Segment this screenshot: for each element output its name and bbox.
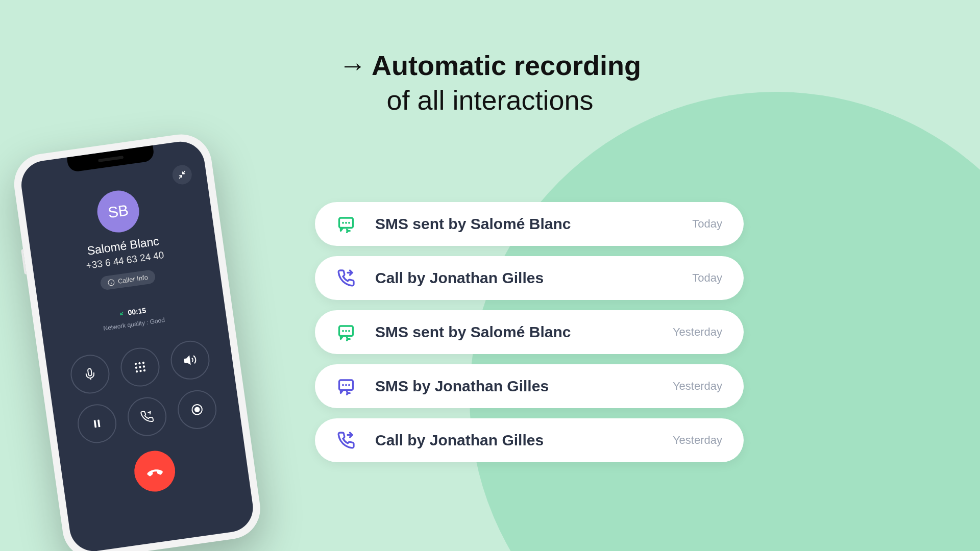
list-item[interactable]: Call by Jonathan GillesYesterday xyxy=(315,418,744,462)
item-time: Yesterday xyxy=(673,434,722,447)
sms-icon xyxy=(336,377,356,396)
sms-sent-icon xyxy=(336,214,356,234)
list-item[interactable]: Call by Jonathan GillesToday xyxy=(315,256,744,300)
transfer-button[interactable] xyxy=(125,395,169,439)
item-time: Today xyxy=(692,217,722,231)
hold-button[interactable] xyxy=(75,402,119,445)
item-text: SMS sent by Salomé Blanc xyxy=(375,323,673,341)
svg-point-3 xyxy=(134,363,137,365)
mute-button[interactable] xyxy=(68,352,112,396)
call-icon xyxy=(336,431,356,450)
phone-mockup: SB Salomé Blanc +33 6 44 63 24 40 Caller… xyxy=(10,131,264,551)
keypad-button[interactable] xyxy=(118,345,162,389)
call-icon xyxy=(336,268,356,288)
avatar: SB xyxy=(94,188,142,235)
list-item[interactable]: SMS by Jonathan GillesYesterday xyxy=(315,364,744,408)
svg-point-16 xyxy=(194,407,200,412)
phone-notch xyxy=(67,145,155,172)
svg-point-4 xyxy=(138,362,141,365)
svg-point-8 xyxy=(143,365,145,368)
headline-rest: of all interactions xyxy=(339,83,641,118)
svg-point-6 xyxy=(135,366,138,369)
svg-point-7 xyxy=(139,366,141,368)
item-text: Call by Jonathan Gilles xyxy=(375,269,692,287)
item-text: Call by Jonathan Gilles xyxy=(375,432,673,449)
svg-rect-14 xyxy=(97,419,101,427)
svg-point-9 xyxy=(136,370,138,373)
svg-rect-13 xyxy=(94,420,97,428)
arrow-icon: → xyxy=(339,50,366,81)
item-text: SMS sent by Salomé Blanc xyxy=(375,215,692,233)
list-item[interactable]: SMS sent by Salomé BlancYesterday xyxy=(315,310,744,354)
headline: →Automatic recording of all interactions xyxy=(339,48,641,117)
svg-point-11 xyxy=(143,369,146,372)
item-time: Today xyxy=(692,271,722,285)
item-time: Yesterday xyxy=(673,380,722,393)
svg-marker-12 xyxy=(184,356,190,364)
item-text: SMS by Jonathan Gilles xyxy=(375,378,673,395)
sms-sent-icon xyxy=(336,322,356,342)
caller-info-button[interactable]: Caller Info xyxy=(100,269,156,291)
headline-bold: Automatic recording xyxy=(372,50,641,81)
list-item[interactable]: SMS sent by Salomé BlancToday xyxy=(315,202,744,246)
minimize-button[interactable] xyxy=(171,164,193,186)
item-time: Yesterday xyxy=(673,325,722,339)
record-button[interactable] xyxy=(175,388,219,432)
interaction-list: SMS sent by Salomé BlancTodayCall by Jon… xyxy=(315,202,744,462)
hangup-button[interactable] xyxy=(132,448,178,494)
svg-point-5 xyxy=(142,362,144,364)
svg-point-0 xyxy=(108,279,115,286)
speaker-button[interactable] xyxy=(168,338,212,382)
caller-info-label: Caller Info xyxy=(117,273,149,285)
svg-point-10 xyxy=(139,370,142,372)
call-duration: 00:15 xyxy=(118,306,147,318)
